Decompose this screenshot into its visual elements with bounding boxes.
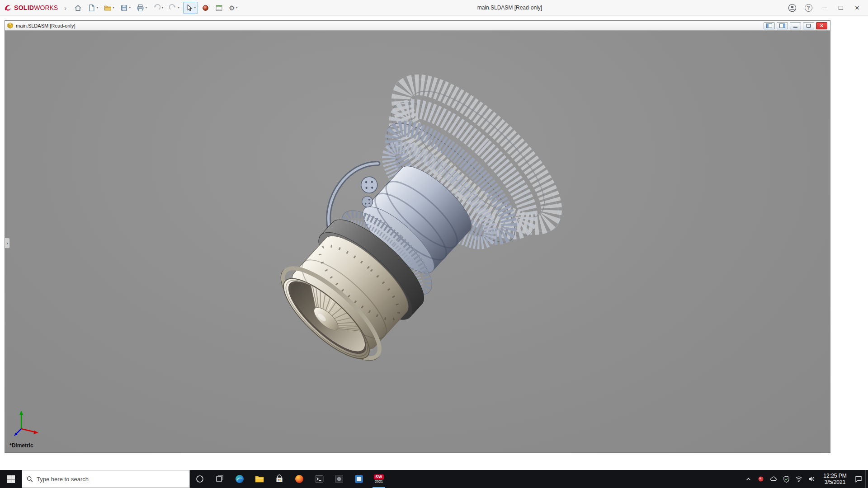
home-icon <box>74 4 82 12</box>
save-icon <box>120 4 128 12</box>
options-button[interactable]: ⚙ ▾ <box>226 2 240 14</box>
wifi-icon <box>795 475 802 483</box>
view-orientation-label: *Dimetric <box>9 442 33 449</box>
minimize-icon <box>822 8 827 8</box>
jet-engine-3d-model[interactable] <box>5 31 830 452</box>
cortana-button[interactable] <box>190 470 210 488</box>
chevron-down-icon[interactable]: ▾ <box>194 6 196 9</box>
chevron-down-icon[interactable]: ▾ <box>236 6 238 9</box>
open-folder-icon <box>104 4 112 12</box>
doc-restore-icon <box>807 24 811 28</box>
show-desktop-button[interactable] <box>865 470 868 488</box>
cloud-icon <box>770 475 778 483</box>
open-button[interactable]: ▾ <box>102 2 117 14</box>
solidworks-taskbar-button[interactable]: SW 2021 <box>369 470 389 488</box>
tray-colored-app-button[interactable] <box>755 470 767 488</box>
close-button[interactable]: × <box>850 0 864 16</box>
user-account-button[interactable] <box>785 0 799 16</box>
minimize-button[interactable] <box>817 0 832 16</box>
doc-close-button[interactable]: × <box>816 22 827 29</box>
chevron-down-icon[interactable]: ▾ <box>113 6 114 9</box>
maximize-icon <box>839 6 843 10</box>
print-button[interactable]: ▾ <box>134 2 149 14</box>
quick-access-toolbar: ▾ ▾ ▾ <box>72 2 240 14</box>
edge-button[interactable] <box>230 470 250 488</box>
chevron-down-icon[interactable]: ▾ <box>178 6 179 9</box>
search-icon <box>27 476 33 483</box>
sphere-tool-icon <box>202 4 209 12</box>
orientation-triad <box>7 407 45 441</box>
gear-icon: ⚙ <box>229 5 235 11</box>
tray-network-button[interactable] <box>793 470 805 488</box>
tray-security-button[interactable] <box>780 470 792 488</box>
evaluate-table-icon <box>215 4 223 12</box>
new-document-icon <box>88 4 95 12</box>
speaker-icon <box>808 475 815 483</box>
tray-onedrive-button[interactable] <box>768 470 779 488</box>
sphere-tool-button[interactable] <box>199 2 212 14</box>
taskbar-clock[interactable]: 12:25 PM 3/5/2021 <box>818 473 852 485</box>
select-pointer-button[interactable]: ▾ <box>183 2 198 14</box>
maximize-button[interactable] <box>834 0 848 16</box>
chevron-down-icon[interactable]: ▾ <box>145 6 147 9</box>
menu-flyout-arrow-icon[interactable]: › <box>64 4 66 12</box>
split-pane-right-icon <box>779 23 785 28</box>
cortana-icon <box>196 475 204 483</box>
display-pane-left-button[interactable] <box>764 22 775 29</box>
task-view-button[interactable] <box>210 470 230 488</box>
home-button[interactable] <box>72 2 84 14</box>
solidworks-app: SOLIDWORKS › ▾ <box>0 0 868 488</box>
tray-volume-button[interactable] <box>806 470 817 488</box>
doc-minimize-icon <box>793 27 797 28</box>
undo-button[interactable]: ▾ <box>151 2 165 14</box>
blue-app-button[interactable] <box>349 470 369 488</box>
doc-restore-button[interactable] <box>803 22 814 29</box>
chevron-down-icon[interactable]: ▾ <box>96 6 98 9</box>
search-input[interactable] <box>37 476 185 483</box>
shield-icon <box>783 476 790 483</box>
chevron-down-icon[interactable]: ▾ <box>161 6 163 9</box>
file-explorer-button[interactable] <box>250 470 269 488</box>
system-tray: 12:25 PM 3/5/2021 <box>742 470 868 488</box>
document-window: main.SLDASM [Read-only] <box>5 20 830 453</box>
start-button[interactable] <box>0 470 22 488</box>
app-titlebar: SOLIDWORKS › ▾ <box>0 0 868 16</box>
viewport-3d[interactable]: *Dimetric › <box>5 31 830 452</box>
evaluate-table-button[interactable] <box>213 2 225 14</box>
chevron-up-icon <box>745 476 751 482</box>
undo-icon <box>153 4 160 12</box>
document-window-controls: × <box>764 22 828 29</box>
app-window-title: main.SLDASM [Read-only] <box>240 5 779 11</box>
print-icon <box>137 4 144 12</box>
dark-app-button[interactable] <box>329 470 349 488</box>
split-pane-left-icon <box>766 23 772 28</box>
new-document-button[interactable]: ▾ <box>85 2 100 14</box>
windows-logo-icon <box>7 475 15 483</box>
blue-app-icon <box>354 474 364 484</box>
document-titlebar[interactable]: main.SLDASM [Read-only] <box>5 21 830 31</box>
doc-minimize-button[interactable] <box>790 22 801 29</box>
terminal-button[interactable] <box>309 470 329 488</box>
windows-taskbar: SW 2021 <box>0 470 868 488</box>
display-pane-right-button[interactable] <box>777 22 788 29</box>
solidworks-taskbar-icon: SW 2021 <box>374 474 384 483</box>
chevron-down-icon[interactable]: ▾ <box>129 6 131 9</box>
colored-app-button[interactable] <box>289 470 309 488</box>
help-icon: ? <box>805 4 812 12</box>
task-view-icon <box>216 475 224 483</box>
feature-tree-flyout-button[interactable]: › <box>5 238 10 249</box>
tray-overflow-button[interactable] <box>742 470 754 488</box>
solidworks-logo[interactable]: SOLIDWORKS <box>4 4 58 12</box>
action-center-button[interactable] <box>853 470 864 488</box>
help-button[interactable]: ? <box>801 0 816 16</box>
tray-colored-app-icon <box>758 476 764 482</box>
taskbar-search[interactable] <box>22 470 190 488</box>
action-center-icon <box>855 475 862 483</box>
assembly-icon <box>7 22 14 29</box>
store-button[interactable] <box>269 470 289 488</box>
redo-button[interactable]: ▾ <box>167 2 182 14</box>
redo-icon <box>169 4 177 12</box>
document-title: main.SLDASM [Read-only] <box>16 23 75 28</box>
save-button[interactable]: ▾ <box>118 2 133 14</box>
user-account-icon <box>788 4 797 12</box>
